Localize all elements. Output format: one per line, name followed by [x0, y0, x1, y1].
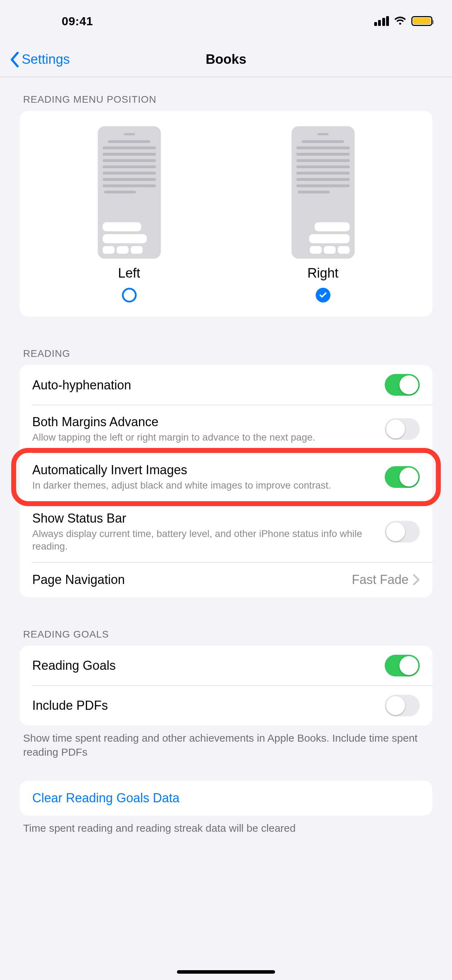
row-auto-hyphenation: Auto-hyphenation	[20, 365, 432, 405]
rmp-option-right[interactable]: Right	[291, 126, 355, 302]
status-bar-toggle[interactable]	[385, 521, 420, 542]
back-label: Settings	[22, 52, 70, 67]
include-pdfs-toggle[interactable]	[385, 695, 420, 716]
rmp-label-left: Left	[118, 266, 140, 281]
page-title: Books	[206, 52, 246, 67]
status-bar-label: Show Status Bar	[32, 510, 376, 526]
clear-group: Clear Reading Goals Data	[20, 781, 432, 816]
clear-reading-goals-label: Clear Reading Goals Data	[32, 790, 411, 806]
chevron-right-icon	[413, 574, 420, 586]
row-page-navigation[interactable]: Page Navigation Fast Fade	[20, 562, 432, 597]
chevron-left-icon	[10, 52, 20, 67]
both-margins-sub: Allow tapping the left or right margin t…	[32, 431, 376, 444]
reading-group: Auto-hyphenation Both Margins Advance Al…	[20, 365, 432, 597]
reading-menu-position-group: Left	[20, 111, 432, 317]
both-margins-toggle[interactable]	[385, 418, 420, 440]
home-indicator	[177, 970, 275, 974]
rmp-option-left[interactable]: Left	[98, 126, 161, 302]
status-bar: 09:41	[0, 0, 452, 42]
rmp-preview-right	[291, 126, 355, 259]
section-header-reading: READING	[20, 317, 432, 365]
nav-bar: Settings Books	[0, 42, 452, 77]
rmp-label-right: Right	[307, 266, 339, 281]
auto-hyphenation-label: Auto-hyphenation	[32, 377, 376, 393]
goals-group: Reading Goals Include PDFs	[20, 646, 432, 725]
auto-hyphenation-toggle[interactable]	[385, 374, 420, 396]
include-pdfs-label: Include PDFs	[32, 697, 376, 713]
invert-images-sub: In darker themes, adjust black and white…	[32, 479, 376, 492]
reading-goals-label: Reading Goals	[32, 657, 376, 673]
row-status-bar: Show Status Bar Always display current t…	[20, 501, 432, 562]
status-bar-sub: Always display current time, battery lev…	[32, 528, 376, 553]
page-navigation-value: Fast Fade	[352, 573, 409, 587]
status-time: 09:41	[20, 14, 93, 28]
wifi-icon	[394, 16, 406, 26]
goals-footer: Show time spent reading and other achiev…	[20, 725, 432, 759]
section-header-goals: READING GOALS	[20, 597, 432, 646]
radio-unchecked-icon[interactable]	[122, 288, 137, 302]
check-icon	[319, 291, 327, 299]
row-reading-goals: Reading Goals	[20, 646, 432, 686]
battery-icon	[411, 16, 432, 26]
invert-images-label: Automatically Invert Images	[32, 462, 376, 478]
radio-checked-icon[interactable]	[316, 288, 330, 302]
row-both-margins: Both Margins Advance Allow tapping the l…	[20, 405, 432, 453]
status-indicators	[374, 16, 433, 26]
clear-footer: Time spent reading and reading streak da…	[20, 816, 432, 835]
invert-images-toggle[interactable]	[385, 466, 420, 488]
clear-reading-goals-button[interactable]: Clear Reading Goals Data	[20, 781, 432, 816]
row-invert-images: Automatically Invert Images In darker th…	[20, 453, 432, 501]
page-navigation-label: Page Navigation	[32, 572, 344, 587]
section-header-rmp: READING MENU POSITION	[20, 77, 432, 111]
reading-goals-toggle[interactable]	[385, 655, 420, 676]
row-include-pdfs: Include PDFs	[20, 686, 432, 725]
rmp-preview-left	[98, 126, 161, 259]
cellular-icon	[374, 16, 389, 26]
both-margins-label: Both Margins Advance	[32, 414, 376, 430]
back-button[interactable]: Settings	[10, 52, 70, 67]
